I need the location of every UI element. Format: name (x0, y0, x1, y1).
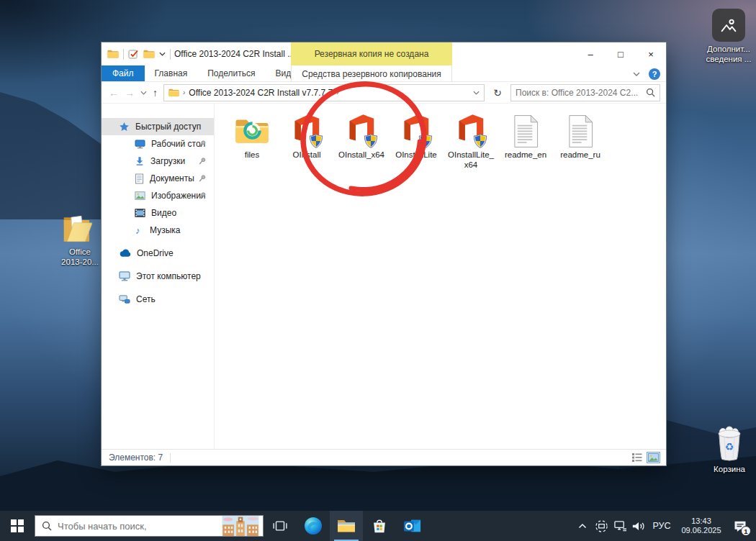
sidebar-item-music[interactable]: ♪ Музыка (102, 222, 214, 239)
file-explorer-button[interactable] (330, 511, 363, 541)
sidebar-item-pictures[interactable]: Изображения (102, 187, 214, 204)
file-item-oinstall-x64[interactable]: OInstall_x64 (334, 111, 389, 160)
divider (123, 49, 124, 60)
desktop-icon-recycle-bin[interactable]: ♻ Корзина (704, 426, 755, 474)
file-item-oinstalllite[interactable]: OInstallLite (389, 111, 444, 160)
search-icon (646, 88, 655, 97)
sidebar-item-downloads[interactable]: Загрузки (102, 153, 214, 170)
navigation-pane: Быстрый доступ Рабочий стол (102, 104, 215, 449)
search-input[interactable] (516, 88, 643, 98)
notification-badge: 1 (741, 526, 751, 536)
system-tray: РУС 13:43 09.06.2025 1 (573, 511, 756, 541)
music-icon: ♪ (135, 225, 144, 236)
file-label: OInstallLite_x64 (448, 150, 494, 170)
forward-button[interactable]: → (125, 88, 135, 98)
search-highlight-illustration (218, 516, 263, 536)
task-view-button[interactable] (264, 511, 297, 541)
breadcrumb[interactable]: Office 2013-2024 C2R Install v7.7.7.7 (189, 88, 333, 98)
pin-icon (198, 174, 207, 183)
recycle-bin-icon: ♻ (714, 426, 745, 462)
expand-ribbon-chevron-icon[interactable] (633, 72, 640, 76)
file-item-readme-en[interactable]: readme_en (498, 111, 553, 160)
edge-icon (304, 517, 323, 535)
pin-icon (198, 191, 207, 200)
address-bar[interactable]: › Office 2013-2024 C2R Install v7.7.7.7 … (163, 84, 485, 101)
desktop-icon-additional-info[interactable]: Дополнит... сведения ... (706, 9, 752, 64)
quick-access-star-icon (119, 122, 130, 132)
items-count: Элементов: 7 (109, 453, 163, 463)
tab-file[interactable]: Файл (102, 65, 145, 81)
network-icon (119, 294, 130, 304)
thumbnail-view-icon[interactable] (647, 452, 660, 463)
microsoft-store-button[interactable] (363, 511, 396, 541)
tray-clock[interactable]: 13:43 09.06.2025 (675, 517, 727, 535)
desktop-icon-office-folder[interactable]: Office 2013-20... (53, 213, 107, 267)
tray-volume-icon[interactable] (629, 511, 648, 541)
breadcrumb-separator: › (183, 88, 185, 96)
help-icon[interactable]: ? (649, 68, 660, 80)
file-label: readme_ru (560, 150, 600, 160)
taskbar-search-input[interactable] (58, 521, 212, 532)
file-item-oinstall[interactable]: OInstall (279, 111, 334, 160)
pictures-icon (135, 191, 145, 200)
sidebar-item-onedrive[interactable]: OneDrive (102, 245, 214, 262)
file-label: OInstallLite (395, 150, 437, 160)
sidebar-item-desktop[interactable]: Рабочий стол (102, 135, 214, 153)
file-item-files[interactable]: files (225, 111, 279, 160)
sidebar-item-videos[interactable]: Видео (102, 204, 214, 222)
breadcrumb-separator: › (336, 88, 338, 96)
tab-share[interactable]: Поделиться (197, 65, 265, 81)
sidebar-item-documents[interactable]: Документы (102, 170, 214, 187)
minimize-button[interactable]: – (575, 42, 606, 65)
up-button[interactable]: ↑ (153, 88, 158, 98)
outlook-icon (403, 517, 422, 535)
documents-icon (135, 173, 144, 184)
action-center-button[interactable]: 1 (727, 511, 753, 541)
tray-chevron-up-icon[interactable] (573, 511, 592, 541)
customize-toolbar-chevron-icon[interactable] (159, 52, 166, 56)
properties-icon[interactable] (128, 49, 139, 60)
window-body: Быстрый доступ Рабочий стол (102, 104, 666, 449)
address-dropdown-chevron-icon[interactable] (473, 91, 480, 95)
edge-browser-button[interactable] (297, 511, 330, 541)
uac-shield-icon (309, 134, 323, 148)
sidebar-item-quick-access[interactable]: Быстрый доступ (102, 118, 214, 135)
tray-network-icon[interactable] (611, 511, 629, 541)
uac-shield-icon (473, 134, 487, 148)
text-document-icon (512, 114, 540, 148)
sidebar-item-this-pc[interactable]: Этот компьютер (102, 268, 214, 285)
details-view-icon[interactable] (631, 453, 643, 463)
divider (170, 49, 171, 60)
sidebar-item-network[interactable]: Сеть (102, 291, 214, 308)
outlook-button[interactable] (396, 511, 429, 541)
backup-status-header: Резервная копия не создана (291, 42, 452, 65)
svg-text:♻: ♻ (725, 441, 734, 453)
pin-icon (198, 140, 207, 148)
tray-language-indicator[interactable]: РУС (648, 521, 675, 531)
refresh-icon[interactable]: ↻ (490, 87, 505, 99)
tab-home[interactable]: Главная (145, 65, 198, 81)
recent-locations-chevron-icon[interactable] (140, 91, 147, 95)
pin-icon (198, 157, 207, 165)
title-bar: Office 2013-2024 C2R Install ... Резервн… (102, 42, 666, 65)
windows-logo-icon (11, 519, 24, 532)
start-button[interactable] (0, 511, 35, 541)
close-button[interactable]: × (636, 42, 666, 65)
quick-access-toolbar (107, 49, 171, 60)
tray-connect-icon[interactable] (592, 511, 611, 541)
desktop-icon-label: Корзина (714, 464, 745, 474)
file-item-readme-ru[interactable]: readme_ru (553, 111, 608, 160)
task-view-icon (272, 519, 288, 532)
c2r-logo-icon (243, 121, 262, 140)
file-item-oinstalllite-x64[interactable]: OInstallLite_x64 (444, 111, 498, 170)
window-title: Office 2013-2024 C2R Install ... (174, 49, 294, 59)
maximize-button[interactable]: □ (606, 42, 636, 65)
file-label: readme_en (505, 150, 546, 160)
window-folder-icon (107, 49, 119, 59)
new-folder-icon[interactable] (143, 49, 155, 59)
tab-backup-tools[interactable]: Средства резервного копирования (291, 65, 452, 82)
search-box[interactable] (510, 84, 660, 101)
taskbar-search[interactable] (35, 515, 264, 537)
back-button[interactable]: ← (109, 88, 119, 98)
tray-date: 09.06.2025 (675, 526, 727, 535)
